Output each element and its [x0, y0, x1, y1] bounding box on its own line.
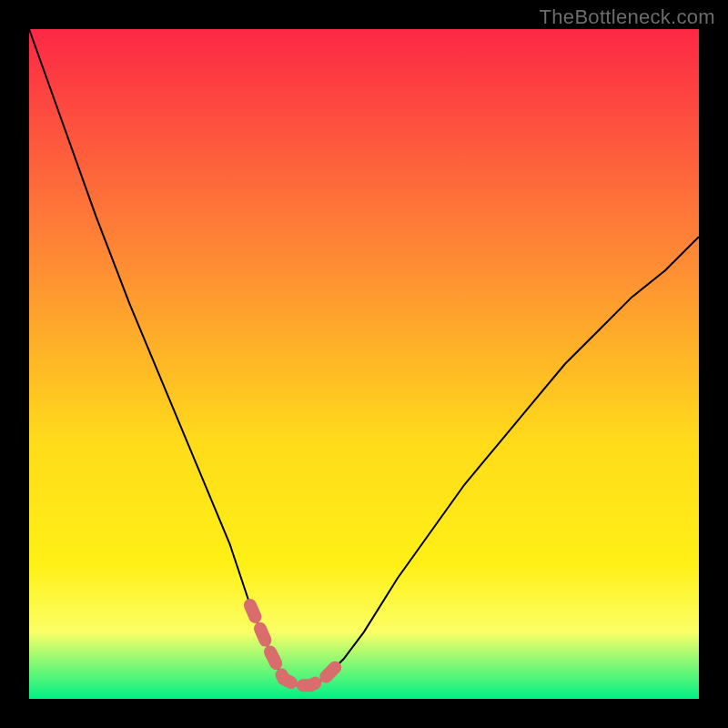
plot-background	[29, 29, 699, 699]
chart-stage: TheBottleneck.com	[0, 0, 728, 728]
watermark-label: TheBottleneck.com	[540, 5, 715, 29]
plot-svg	[0, 0, 728, 728]
